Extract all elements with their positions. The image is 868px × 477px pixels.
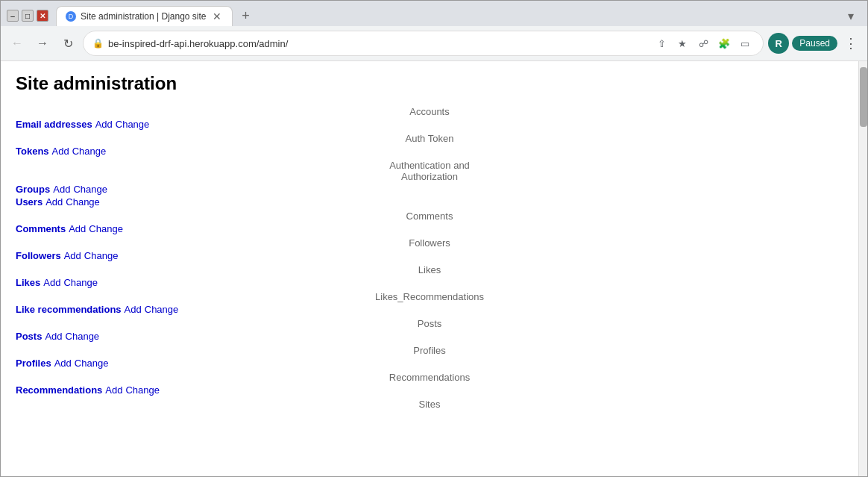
followers-add[interactable]: Add (64, 250, 81, 261)
maximize-button[interactable]: □ (22, 10, 34, 22)
new-tab-button[interactable]: + (236, 5, 257, 26)
posts-link[interactable]: Posts (16, 331, 42, 342)
tab-title: Site administration | Django site (81, 11, 207, 22)
navigation-bar: ← → ↻ 🔒 be-inspired-drf-api.herokuapp.co… (1, 26, 867, 61)
groups-change[interactable]: Change (73, 184, 107, 195)
address-actions: ⇧ ★ ☍ 🧩 ▭ (652, 34, 754, 52)
section-header-profiles: Profiles (16, 345, 843, 356)
scrollbar-thumb[interactable] (860, 67, 867, 127)
scrollbar-track[interactable] (858, 61, 867, 476)
section-header-likes-rec: Likes_Recommendations (16, 291, 843, 302)
active-tab[interactable]: D Site administration | Django site ✕ (56, 6, 233, 26)
extensions-icon[interactable]: 🧩 (715, 34, 733, 52)
paused-label: Paused (799, 38, 830, 49)
section-header-comments: Comments (16, 211, 843, 222)
forward-button[interactable]: → (32, 33, 53, 54)
users-link[interactable]: Users (16, 196, 43, 208)
nav-right-controls: R Paused ⋮ (768, 33, 861, 54)
like-recommendations-change[interactable]: Change (145, 304, 179, 315)
comments-change[interactable]: Change (89, 223, 123, 234)
section-header-likes: Likes (16, 264, 843, 275)
likes-row: Likes Add Change (16, 277, 843, 288)
browser-menu-button[interactable]: ⋮ (840, 33, 861, 54)
comments-row: Comments Add Change (16, 223, 843, 234)
profiles-row: Profiles Add Change (16, 358, 843, 369)
browser-window: – □ ✕ D Site administration | Django sit… (0, 0, 868, 477)
recommendations-add[interactable]: Add (105, 384, 122, 396)
section-header-posts: Posts (16, 318, 843, 329)
email-addresses-add[interactable]: Add (95, 119, 113, 130)
tab-favicon: D (66, 11, 76, 22)
paused-button[interactable]: Paused (792, 36, 837, 51)
likes-change[interactable]: Change (63, 277, 98, 288)
page-content: Site administration Accounts Email addre… (1, 61, 858, 476)
close-button[interactable]: ✕ (37, 10, 48, 22)
bookmark-icon[interactable]: ★ (673, 34, 691, 52)
profiles-add[interactable]: Add (54, 358, 72, 369)
share-icon[interactable]: ⇧ (652, 34, 670, 52)
email-addresses-link[interactable]: Email addresses (16, 119, 92, 130)
posts-change[interactable]: Change (66, 331, 100, 342)
tab-bar: D Site administration | Django site ✕ + … (56, 5, 861, 26)
profile-button[interactable]: R (768, 33, 789, 54)
comments-add[interactable]: Add (69, 223, 86, 234)
section-header-accounts: Accounts (16, 106, 843, 117)
address-bar[interactable]: 🔒 be-inspired-drf-api.herokuapp.com/admi… (83, 31, 764, 56)
groups-link[interactable]: Groups (16, 184, 50, 195)
section-header-sites: Sites (16, 399, 843, 410)
reading-mode-icon[interactable]: ☍ (694, 34, 712, 52)
security-icon: 🔒 (92, 38, 104, 49)
page-title: Site administration (16, 73, 843, 94)
section-header-followers: Followers (16, 237, 843, 249)
recommendations-link[interactable]: Recommendations (16, 384, 102, 396)
minimize-button[interactable]: – (7, 10, 19, 22)
tokens-add[interactable]: Add (52, 146, 69, 157)
section-header-recommendations: Recommendations (16, 372, 843, 383)
posts-add[interactable]: Add (45, 331, 62, 342)
followers-link[interactable]: Followers (16, 250, 61, 261)
tokens-change[interactable]: Change (72, 146, 107, 157)
email-addresses-change[interactable]: Change (116, 119, 150, 130)
section-header-auth-token: Auth Token (16, 133, 843, 144)
refresh-button[interactable]: ↻ (57, 33, 78, 54)
users-change[interactable]: Change (66, 196, 100, 208)
back-button[interactable]: ← (7, 33, 28, 54)
likes-link[interactable]: Likes (16, 277, 40, 288)
groups-row: Groups Add Change (16, 184, 843, 195)
sidebar-icon[interactable]: ▭ (736, 34, 754, 52)
like-recommendations-add[interactable]: Add (125, 304, 142, 315)
users-row: Users Add Change (16, 196, 843, 208)
users-add[interactable]: Add (45, 196, 63, 208)
tokens-link[interactable]: Tokens (16, 146, 49, 157)
email-addresses-row: Email addresses Add Change (16, 119, 843, 130)
tokens-row: Tokens Add Change (16, 146, 843, 157)
posts-row: Posts Add Change (16, 331, 843, 342)
content-area: Site administration Accounts Email addre… (1, 61, 867, 476)
tab-overflow-button[interactable]: ▾ (840, 5, 861, 26)
profiles-link[interactable]: Profiles (16, 358, 51, 369)
followers-row: Followers Add Change (16, 250, 843, 261)
window-controls: – □ ✕ (7, 10, 48, 22)
recommendations-change[interactable]: Change (125, 384, 160, 396)
title-bar: – □ ✕ D Site administration | Django sit… (1, 1, 867, 26)
groups-add[interactable]: Add (53, 184, 70, 195)
followers-change[interactable]: Change (84, 250, 119, 261)
comments-link[interactable]: Comments (16, 223, 66, 234)
url-display: be-inspired-drf-api.herokuapp.com/admin/ (108, 38, 648, 49)
like-recommendations-link[interactable]: Like recommendations (16, 304, 122, 315)
section-header-auth-authz: Authentication andAuthorization (16, 160, 843, 182)
recommendations-row: Recommendations Add Change (16, 384, 843, 396)
tab-close-button[interactable]: ✕ (211, 10, 223, 22)
profiles-change[interactable]: Change (75, 358, 109, 369)
like-recommendations-row: Like recommendations Add Change (16, 304, 843, 315)
likes-add[interactable]: Add (43, 277, 60, 288)
